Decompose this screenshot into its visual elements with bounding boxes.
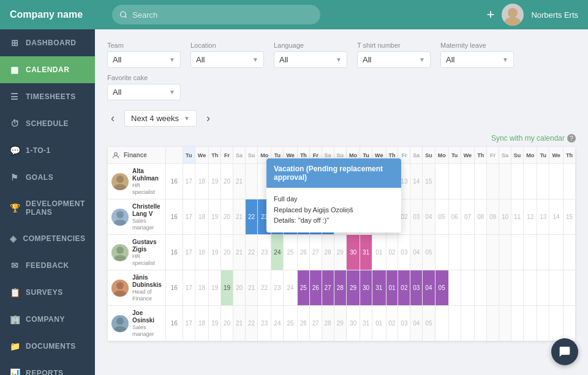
day-cell: 19 [209,270,221,306]
sync-row: Sync with my calendar ? [107,134,576,143]
person-num: 16 [165,270,183,306]
day-cell [435,235,448,270]
day-cell: 05 [435,270,448,306]
day-cell [549,306,564,341]
day-cell: 20 [221,306,233,341]
day-cell: 28 [322,235,334,270]
filter-cake-value: All [113,87,121,97]
person-cell: Alta Kuhlman HR specialist [108,165,165,198]
filter-location-arrow: ▼ [252,56,258,63]
sidebar-item-label: Company [26,315,65,324]
filters-row: Team All ▼ Location All ▼ Language All ▼ [107,42,576,68]
day-cell: 17 [183,164,195,199]
sidebar-item-competencies[interactable]: ◈ Competencies [0,225,95,252]
day-cell: 15 [563,199,575,235]
period-select[interactable]: Next 4 weeks ▼ [124,110,197,127]
search-bar[interactable] [112,5,320,24]
sidebar-item-dashboard[interactable]: ⊞ Dashboard [0,29,95,56]
svg-point-8 [114,220,126,226]
content-area: Team All ▼ Location All ▼ Language All ▼ [95,29,588,375]
filter-cake: Favorite cake All ▼ [107,74,576,100]
day-cell [511,306,523,341]
sidebar-item-goals[interactable]: ⚑ Goals [0,164,95,191]
day-cell [475,270,487,306]
day-cell: 24 [271,235,284,270]
sidebar-item-devplans[interactable]: 🏆 Development Plans [0,191,95,225]
filter-tshirt-select[interactable]: All ▼ [357,51,431,68]
person-name: Joe Osinski [132,310,162,324]
person-num: 16 [165,164,183,199]
day-cell: 22 [245,306,257,341]
table-row: Gustavs Zigis HR specialist 161718192021… [108,235,576,270]
filter-cake-select[interactable]: All ▼ [107,84,181,100]
calendar-table-wrap: Finance Tu We Th Fr Sa Su Mo Tu We Th [107,146,576,341]
svg-point-0 [121,12,126,17]
day-cell: 03 [398,306,410,341]
add-button[interactable]: + [487,8,495,21]
day-cell: 04 [410,235,423,270]
day-cell [563,235,575,270]
day-cell: 28 [322,306,334,341]
day-cell [487,164,499,199]
day-cell [245,164,257,199]
filter-language-value: All [279,55,288,64]
filter-team-value: All [113,55,121,64]
day-cell [461,306,475,341]
filter-maternity-select[interactable]: All ▼ [440,51,514,68]
day-cell: 17 [183,270,195,306]
timesheets-icon: ☰ [10,92,20,102]
filter-language-select[interactable]: All ▼ [274,51,347,68]
day-header-th5: Th [563,147,575,164]
person-cell: Jānis Dubinskis Head of Finance [108,272,165,305]
day-cell [537,270,549,306]
day-cell [475,306,487,341]
day-cell [499,306,511,341]
day-cell: 31 [360,306,372,341]
filter-location-select[interactable]: All ▼ [190,51,264,68]
sidebar-item-feedback[interactable]: ✉ Feedback [0,252,95,279]
filter-maternity-label: Maternity leave [440,42,514,49]
sidebar-item-company[interactable]: 🏢 Company [0,306,95,333]
day-cell: 18 [195,270,209,306]
popup-line3: Details: "day off :)" [274,215,394,226]
sync-calendar-link[interactable]: Sync with my calendar ? [491,134,576,143]
person-num: 16 [165,235,183,270]
day-cell: 24 [271,306,284,341]
sidebar-item-label: 1-TO-1 [26,146,51,155]
sidebar: ⊞ Dashboard ▦ Calendar ☰ Timesheets ⏱ Sc… [0,29,95,375]
day-cell [511,235,523,270]
sidebar-item-1to1[interactable]: 💬 1-TO-1 [0,137,95,164]
filter-team-select[interactable]: All ▼ [107,51,181,68]
day-cell: 29 [334,306,346,341]
sidebar-item-label: Surveys [26,288,63,297]
day-cell [563,270,575,306]
day-cell [487,306,499,341]
day-cell: 30 [346,306,360,341]
sidebar-item-timesheets[interactable]: ☰ Timesheets [0,83,95,110]
sidebar-item-label: Schedule [26,119,69,128]
day-header-mo4: Mo [524,147,537,164]
reports-icon: 📊 [10,368,20,375]
1to1-icon: 💬 [10,146,20,155]
sync-help-icon[interactable]: ? [567,134,576,143]
day-cell: 05 [435,199,448,235]
chat-button[interactable] [551,338,578,365]
sidebar-item-reports[interactable]: 📊 Reports [0,360,95,375]
sidebar-item-calendar[interactable]: ▦ Calendar [0,56,95,83]
sidebar-item-schedule[interactable]: ⏱ Schedule [0,110,95,137]
sidebar-item-label: Dashboard [26,39,77,47]
search-input[interactable] [132,10,313,20]
day-cell: 04 [423,199,435,235]
day-cell: 03 [398,235,410,270]
day-cell: 27 [309,235,322,270]
day-cell: 31 [372,270,386,306]
day-header-tu4: Tu [448,147,461,164]
period-next-button[interactable]: › [203,111,214,126]
avatar [502,4,524,26]
sidebar-item-surveys[interactable]: 📋 Surveys [0,279,95,306]
devplans-icon: 🏆 [10,203,20,213]
sidebar-item-documents[interactable]: 📁 Documents [0,333,95,360]
period-prev-button[interactable]: ‹ [107,111,118,126]
day-cell [435,306,448,341]
day-cell [537,306,549,341]
